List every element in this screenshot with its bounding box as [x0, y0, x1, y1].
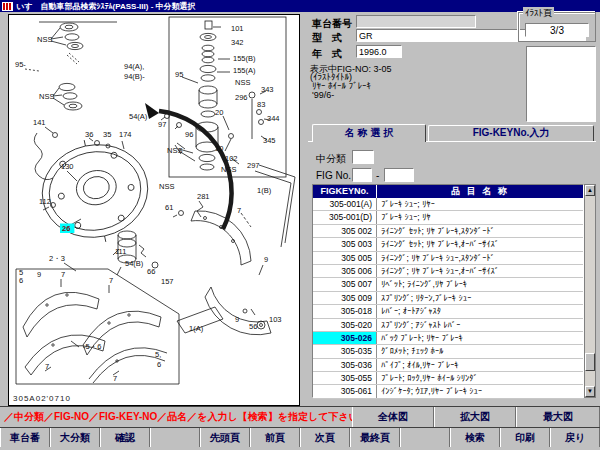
diagram-part-label[interactable]: 141	[33, 118, 46, 127]
search-button[interactable]: 検索	[450, 428, 500, 447]
tab-fig-key-input[interactable]: FIG-KEYNo.入力	[428, 125, 594, 141]
parts-table-scrollbar[interactable]: ▲ ▼	[584, 184, 596, 398]
figkey-cell[interactable]: 305-001(A)	[313, 198, 377, 210]
diagram-part-label[interactable]: 66	[147, 267, 155, 276]
diagram-part-label[interactable]: 102	[225, 154, 238, 163]
table-row[interactable]: 305-018ﾚﾊﾞｰ; ｵｰﾄｱｼﾞｬｽﾀ	[313, 305, 583, 318]
diagram-part-label[interactable]: 343	[261, 85, 274, 94]
diagram-part-label[interactable]: 26	[62, 224, 70, 233]
figkey-cell[interactable]: 305 007	[313, 278, 377, 290]
diagram-part-label[interactable]: 157	[161, 277, 174, 286]
diagram-part-label[interactable]: 7	[113, 374, 117, 383]
diagram-part-label[interactable]: 130	[61, 162, 74, 171]
table-row[interactable]: 305 006ﾗｲﾆﾝｸﾞ; ﾘﾔ ﾌﾞﾚｰｷ ｼｭｰ,ｵｰﾊﾞｰｻｲｽﾞ	[313, 265, 583, 278]
fig-no-input-1[interactable]	[352, 168, 372, 182]
figkey-cell[interactable]: 305-026	[313, 332, 377, 344]
print-button[interactable]: 印刷	[500, 428, 550, 447]
diagram-part-label[interactable]: 10	[215, 144, 223, 153]
figkey-cell[interactable]: 305 006	[313, 265, 377, 277]
diagram-part-label[interactable]: NSS	[167, 146, 182, 155]
figkey-cell[interactable]: 305 002	[313, 225, 377, 237]
table-row[interactable]: 305 007ﾘﾍﾞｯﾄ; ﾗｲﾆﾝｸﾞ,ﾘﾔ ﾌﾞﾚｰｷ	[313, 278, 583, 291]
diagram-part-label[interactable]: NSS	[37, 35, 52, 44]
diagram-part-label[interactable]: NSS	[221, 165, 236, 174]
table-row[interactable]: 305-026ﾊﾞｯｸ ﾌﾟﾚｰﾄ; ﾘﾔｰ ﾌﾞﾚｰｷ	[313, 332, 583, 345]
confirm-button[interactable]: 確認	[100, 428, 150, 447]
table-row[interactable]: 305-001(A)ﾌﾞﾚｰｷ ｼｭｰ; ﾘﾔｰ	[313, 198, 583, 211]
figkey-cell[interactable]: 305 009	[313, 292, 377, 304]
part-name-cell[interactable]: ﾘﾍﾞｯﾄ; ﾗｲﾆﾝｸﾞ,ﾘﾔ ﾌﾞﾚｰｷ	[377, 278, 583, 290]
diagram-part-label[interactable]: NSS	[235, 78, 250, 87]
diagram-part-label[interactable]: 344	[267, 114, 280, 123]
chubunrui-input[interactable]	[352, 150, 374, 164]
whole-view-button[interactable]: 全体図	[352, 407, 434, 427]
scroll-up-arrow-icon[interactable]: ▲	[585, 185, 595, 196]
part-name-cell[interactable]: ﾗｲﾆﾝｸﾞ; ﾘﾔ ﾌﾞﾚｰｷ ｼｭｰ,ｽﾀﾝﾀﾞｰﾄﾞ	[377, 252, 583, 264]
table-row[interactable]: 305-055ﾌﾟﾚｰﾄ; ﾛｯｸ,ﾘﾔｰ ﾎｲｰﾙ ｼﾘﾝﾀﾞ	[313, 372, 583, 385]
diagram-part-label[interactable]: 345	[263, 136, 276, 145]
diagram-part-label[interactable]: 7	[237, 206, 241, 215]
table-row[interactable]: 305-036ﾊﾟｲﾌﾟ; ｵｲﾙ,ﾘﾔｰ ﾌﾞﾚｰｷ	[313, 359, 583, 372]
diagram-part-label[interactable]: 342	[231, 38, 244, 47]
diagram-part-label[interactable]: 9	[235, 315, 239, 324]
figkey-cell[interactable]: 305 003	[313, 238, 377, 250]
diagram-part-label[interactable]: 95	[175, 70, 183, 79]
diagram-part-label[interactable]: 112	[39, 197, 51, 206]
part-name-cell[interactable]: ﾊﾞｯｸ ﾌﾟﾚｰﾄ; ﾘﾔｰ ﾌﾞﾚｰｷ	[377, 332, 583, 344]
figkey-cell[interactable]: 305-018	[313, 305, 377, 317]
figkey-cell[interactable]: 305-020	[313, 319, 377, 331]
diagram-part-label[interactable]: -5・6	[83, 342, 101, 351]
diagram-part-label[interactable]: 56	[249, 322, 257, 331]
illust-thumbnail-listbox[interactable]	[526, 46, 596, 122]
enlarged-view-button[interactable]: 拡大図	[434, 407, 516, 427]
diagram-part-label[interactable]: 94(B)-	[124, 72, 145, 81]
back-button[interactable]: 戻り	[550, 428, 600, 447]
figkey-cell[interactable]: 305-035	[313, 345, 377, 357]
first-page-button[interactable]: 先頭頁	[200, 428, 250, 447]
diagram-part-label[interactable]: 36	[85, 130, 93, 139]
diagram-part-label[interactable]: 1(A)	[189, 324, 204, 333]
chassis-number-input[interactable]	[356, 15, 476, 28]
scroll-down-arrow-icon[interactable]: ▼	[585, 386, 595, 397]
diagram-part-label[interactable]: 83	[257, 100, 265, 109]
part-name-cell[interactable]: ﾌﾞﾚｰｷ ｼｭｰ; ﾘﾔ	[377, 211, 583, 223]
table-row[interactable]: 305 009ｽﾌﾟﾘﾝｸﾞ; ﾘﾀｰﾝ,ﾌﾞﾚｰｷ ｼｭｰ	[313, 292, 583, 305]
diagram-part-label[interactable]: 155(B)	[233, 54, 256, 63]
table-row[interactable]: 305 003ﾗｲﾆﾝｸﾞ ｾｯﾄ; ﾘﾔ ﾌﾞﾚｰｷ,ｵｰﾊﾞｰｻｲｽﾞ	[313, 238, 583, 251]
diagram-part-label[interactable]: 296	[235, 93, 248, 102]
part-name-cell[interactable]: ﾌﾟﾚｰﾄ; ﾛｯｸ,ﾘﾔｰ ﾎｲｰﾙ ｼﾘﾝﾀﾞ	[377, 372, 583, 384]
chassis-number-button[interactable]: 車台番	[0, 428, 50, 447]
part-name-cell[interactable]: ｽﾌﾟﾘﾝｸﾞ; ﾘﾀｰﾝ,ﾌﾞﾚｰｷ ｼｭｰ	[377, 292, 583, 304]
last-page-button[interactable]: 最終頁	[350, 428, 400, 447]
next-page-button[interactable]: 次頁	[300, 428, 350, 447]
diagram-part-label[interactable]: 111	[115, 247, 126, 256]
diagram-part-label[interactable]: 297	[247, 161, 260, 170]
diagram-part-label[interactable]: 7	[45, 362, 49, 371]
diagram-part-label[interactable]: 97	[158, 120, 166, 129]
table-row[interactable]: 305 002ﾗｲﾆﾝｸﾞ ｾｯﾄ; ﾘﾔ ﾌﾞﾚｰｷ,ｽﾀﾝﾀﾞｰﾄﾞ	[313, 225, 583, 238]
diagram-part-label[interactable]: 9	[264, 255, 268, 264]
part-name-cell[interactable]: ﾚﾊﾞｰ; ｵｰﾄｱｼﾞｬｽﾀ	[377, 305, 583, 317]
part-name-cell[interactable]: ﾊﾟｲﾌﾟ; ｵｲﾙ,ﾘﾔｰ ﾌﾞﾚｰｷ	[377, 359, 583, 371]
figkey-cell[interactable]: 305-055	[313, 372, 377, 384]
diagram-part-label[interactable]: NSS	[159, 182, 174, 191]
table-row[interactable]: 305-035ｸﾞﾛﾒｯﾄ; ﾁｪｯｸ ﾎｰﾙ	[313, 345, 583, 358]
max-view-button[interactable]: 最大図	[516, 407, 600, 427]
figkey-cell[interactable]: 305-001(D)	[313, 211, 377, 223]
scrollbar-thumb[interactable]	[585, 353, 595, 371]
diagram-part-label[interactable]: 20	[215, 108, 223, 117]
major-class-button[interactable]: 大分類	[50, 428, 100, 447]
diagram-part-label[interactable]: NSS	[39, 92, 54, 101]
diagram-part-label[interactable]: 54(B)	[125, 259, 144, 268]
diagram-part-label[interactable]: 155(A)	[233, 66, 256, 75]
prev-page-button[interactable]: 前頁	[250, 428, 300, 447]
diagram-part-label[interactable]: 101	[231, 24, 244, 33]
table-row[interactable]: 305 005ﾗｲﾆﾝｸﾞ; ﾘﾔ ﾌﾞﾚｰｷ ｼｭｰ,ｽﾀﾝﾀﾞｰﾄﾞ	[313, 252, 583, 265]
diagram-part-label[interactable]: 6	[19, 276, 23, 285]
diagram-part-label[interactable]: 96	[185, 130, 193, 139]
year-value-field[interactable]	[356, 45, 402, 58]
diagram-part-label[interactable]: 281	[197, 192, 210, 201]
diagram-part-label[interactable]: 95-	[15, 60, 26, 69]
diagram-part-label[interactable]: 9	[37, 270, 41, 279]
diagram-part-label[interactable]: 7	[61, 270, 65, 279]
